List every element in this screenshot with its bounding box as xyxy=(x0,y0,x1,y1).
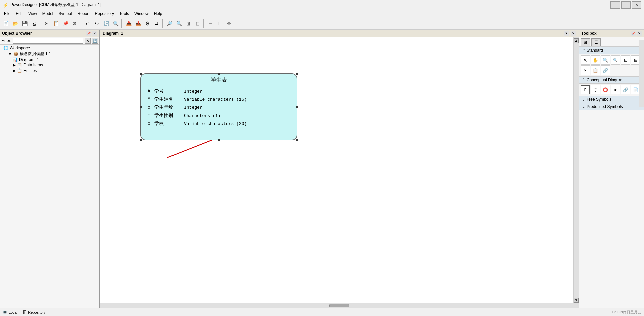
tb-delete[interactable]: ✕ xyxy=(70,19,79,28)
handle-tm xyxy=(218,73,220,75)
tb-compare[interactable]: ⇄ xyxy=(152,19,161,28)
diagram-tab-label[interactable]: Diagram_1 xyxy=(103,31,123,36)
tool-zoom-in[interactable]: 🔍 xyxy=(601,55,610,65)
toolbox-section-predefined[interactable]: ⌄ Predefined Symbols xyxy=(579,103,644,110)
tool-zoom-area[interactable]: ⊡ xyxy=(621,55,630,65)
tb-format[interactable]: ✏ xyxy=(225,19,234,28)
menu-item-edit[interactable]: Edit xyxy=(13,11,26,17)
close-button[interactable]: ✕ xyxy=(632,1,641,9)
expand-icon-model: ▼ xyxy=(8,52,12,56)
filter-bar: Filter: ✕ 🔄 xyxy=(0,37,99,45)
toolbox-section-standard[interactable]: ⌃ Standard xyxy=(579,47,644,54)
toolbox-close-button[interactable]: ✕ xyxy=(637,31,642,36)
menu-item-help[interactable]: Help xyxy=(151,11,165,17)
diagram-close-button[interactable]: ✕ xyxy=(571,31,576,36)
tb-refresh[interactable]: 🔄 xyxy=(102,19,111,28)
filter-clear-button[interactable]: ✕ xyxy=(85,38,91,44)
toolbox-scrollbar[interactable] xyxy=(639,40,644,107)
toolbox-pin-button[interactable]: 📌 xyxy=(631,31,636,36)
app-icon: ⚡ xyxy=(3,2,8,8)
toolbox-standard-tools: ↖ ✋ 🔍 🔍 ⊡ ⊞ ✂ 📋 🔗 xyxy=(579,54,644,76)
tool-inh[interactable]: ⊳ xyxy=(611,85,620,94)
handle-mr xyxy=(296,106,298,108)
scroll-thumb-h[interactable] xyxy=(329,304,349,307)
menu-item-model[interactable]: Model xyxy=(40,11,56,17)
tree-item-diagram[interactable]: 📊 Diagram_1 xyxy=(1,57,99,62)
toolbox-tab-grid[interactable]: ⊞ xyxy=(581,38,590,46)
menu-item-report[interactable]: Report xyxy=(75,11,92,17)
diagram-tree-label: Diagram_1 xyxy=(19,57,39,62)
menu-item-symbol[interactable]: Symbol xyxy=(56,11,75,17)
field-marker-2: * xyxy=(146,96,152,103)
menu-item-tools[interactable]: Tools xyxy=(117,11,132,17)
toolbox-section-free[interactable]: ⌄ Free Symbols xyxy=(579,96,644,103)
diagram-container: Diagram_1 ▼ ✕ xyxy=(100,30,579,308)
tool-zoom-out[interactable]: 🔍 xyxy=(611,55,620,65)
model-label: 概念数据模型-1 * xyxy=(20,51,50,57)
filter-apply-button[interactable]: 🔄 xyxy=(92,38,98,44)
diagram-canvas[interactable]: 学生表 # 学号 Integer * 学生姓名 Variable charact… xyxy=(100,37,573,303)
tool-assoc[interactable]: ⭕ xyxy=(601,85,610,94)
tb-import[interactable]: 📥 xyxy=(124,19,133,28)
tb-open[interactable]: 📂 xyxy=(11,19,19,28)
tb-save[interactable]: 💾 xyxy=(20,19,29,28)
tb-generate[interactable]: ⚙ xyxy=(143,19,152,28)
horizontal-scrollbar[interactable] xyxy=(100,303,579,308)
tree-item-model[interactable]: ▼ 📦 概念数据模型-1 * xyxy=(1,51,99,57)
ob-pin-button[interactable]: 📌 xyxy=(86,31,91,36)
field-marker-3: o xyxy=(146,104,152,111)
handle-ml xyxy=(140,106,142,108)
app-title: PowerDesigner [CDM 概念数据模型-1, Diagram_1] xyxy=(10,2,101,8)
tool-link[interactable]: 🔗 xyxy=(601,65,610,75)
tb-export[interactable]: 📤 xyxy=(134,19,142,28)
tb-redo[interactable]: ↪ xyxy=(93,19,101,28)
vertical-scrollbar[interactable]: ▲ ▼ xyxy=(573,37,579,303)
minimize-button[interactable]: ─ xyxy=(610,1,620,9)
tool-cut[interactable]: ✂ xyxy=(581,65,590,75)
tb-layout[interactable]: ⊟ xyxy=(193,19,202,28)
menu-item-repository[interactable]: Repository xyxy=(92,11,117,17)
tree-area: 🌐 Workspace ▼ 📦 概念数据模型-1 * 📊 Diagram_1 ▶… xyxy=(0,45,99,308)
scroll-down-button[interactable]: ▼ xyxy=(574,298,579,303)
tb-zoom-out[interactable]: 🔍 xyxy=(175,19,183,28)
tb-align-center[interactable]: ⊢ xyxy=(215,19,224,28)
maximize-button[interactable]: □ xyxy=(621,1,631,9)
tool-entity[interactable]: E xyxy=(581,85,590,94)
entity-box[interactable]: 学生表 # 学号 Integer * 学生姓名 Variable charact… xyxy=(140,73,297,140)
tb-align-left[interactable]: ⊣ xyxy=(206,19,215,28)
tb-undo[interactable]: ↩ xyxy=(83,19,92,28)
free-chevron: ⌄ xyxy=(582,97,585,102)
ob-close-button[interactable]: ✕ xyxy=(92,31,97,36)
tb-print[interactable]: 🖨 xyxy=(30,19,38,28)
menu-item-window[interactable]: Window xyxy=(132,11,151,17)
toolbox-section-conceptual[interactable]: ⌃ Conceptual Diagram xyxy=(579,76,644,84)
tb-check[interactable]: 🔍 xyxy=(111,19,120,28)
filter-input[interactable] xyxy=(13,38,83,44)
tb-fit[interactable]: ⊞ xyxy=(184,19,193,28)
toolbar-sep-5 xyxy=(203,19,205,28)
tb-new[interactable]: 📄 xyxy=(1,19,10,28)
tree-item-dataitems[interactable]: ▶ 📋 Data Items xyxy=(1,62,99,68)
tb-cut[interactable]: ✂ xyxy=(42,19,51,28)
menu-item-view[interactable]: View xyxy=(26,11,40,17)
scroll-up-button[interactable]: ▲ xyxy=(574,38,579,43)
status-local[interactable]: 💻 Local xyxy=(3,310,17,314)
status-repository[interactable]: 🗄 Repository xyxy=(23,310,46,314)
tool-selector[interactable]: ↖ xyxy=(581,55,590,65)
tree-item-entities[interactable]: ▶ 📋 Entities xyxy=(1,68,99,73)
tool-pan[interactable]: ✋ xyxy=(591,55,600,65)
menu-item-file[interactable]: File xyxy=(1,11,13,17)
tool-relation[interactable]: ⬡ xyxy=(591,85,600,94)
title-bar: ⚡ PowerDesigner [CDM 概念数据模型-1, Diagram_1… xyxy=(0,0,644,10)
field-name-4: 学生性别 xyxy=(154,111,181,119)
tb-paste[interactable]: 📌 xyxy=(61,19,70,28)
tool-paste[interactable]: 📋 xyxy=(591,65,600,75)
tool-assoc-link[interactable]: 🔗 xyxy=(621,85,630,94)
tb-zoom-in[interactable]: 🔎 xyxy=(165,19,174,28)
diagram-dropdown-button[interactable]: ▼ xyxy=(564,31,569,36)
handle-bm xyxy=(218,139,220,141)
toolbox-tab-list[interactable]: ☰ xyxy=(591,38,601,46)
tb-copy[interactable]: 📋 xyxy=(52,19,60,28)
tree-item-workspace[interactable]: 🌐 Workspace xyxy=(1,45,99,51)
field-marker-5: o xyxy=(146,120,152,128)
